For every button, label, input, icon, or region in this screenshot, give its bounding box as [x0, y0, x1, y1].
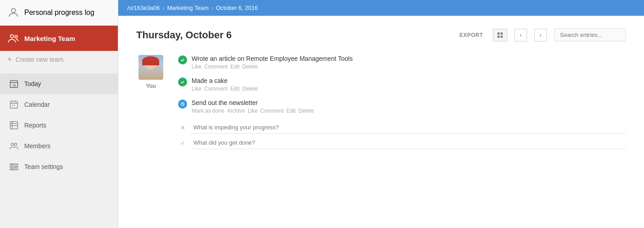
- entry-actions: Like Comment Edit Delete: [192, 64, 626, 70]
- status-done-icon: [178, 78, 187, 87]
- team-settings-label: Team settings: [24, 163, 63, 170]
- delete-action[interactable]: Delete: [242, 86, 258, 92]
- grid-icon: [497, 32, 503, 38]
- edit-action[interactable]: Edit: [286, 108, 296, 114]
- members-icon: [9, 141, 19, 151]
- date-header-row: Thursday, October 6 EXPORT ‹ ›: [136, 28, 626, 41]
- user-column: You: [136, 55, 165, 152]
- comment-action[interactable]: Comment: [204, 64, 228, 70]
- svg-rect-19: [497, 36, 500, 38]
- entry-text: Send out the newsletter: [192, 99, 626, 106]
- comment-action[interactable]: Comment: [260, 108, 284, 114]
- edit-action[interactable]: Edit: [230, 86, 240, 92]
- archive-action[interactable]: Archive: [227, 108, 245, 114]
- svg-rect-18: [501, 32, 503, 35]
- like-action[interactable]: Like: [192, 86, 201, 92]
- sidebar-personal-log[interactable]: Personal progress log: [0, 0, 118, 26]
- personal-log-label: Personal progress log: [24, 9, 94, 17]
- calendar-icon: [9, 100, 19, 109]
- svg-point-10: [14, 143, 17, 146]
- sidebar-item-today[interactable]: 06 Today: [0, 73, 118, 94]
- svg-rect-17: [497, 32, 500, 35]
- svg-point-1: [10, 35, 13, 38]
- main-content: /o/163e3a06 › Marketing Team › October 6…: [118, 0, 644, 228]
- checkmark-input-icon: ✓: [178, 138, 187, 147]
- svg-point-14: [11, 164, 13, 165]
- mark-as-done-action[interactable]: Mark as done: [192, 108, 224, 114]
- breadcrumb-sep1: ›: [162, 5, 164, 11]
- svg-rect-13: [10, 169, 18, 170]
- entry-text: Wrote an article on Remote Employee Mana…: [192, 55, 626, 62]
- close-icon: ✕: [178, 123, 187, 132]
- svg-rect-20: [501, 36, 503, 38]
- comment-action[interactable]: Comment: [204, 86, 228, 92]
- entry-actions: Like Comment Edit Delete: [192, 86, 626, 92]
- today-icon: 06: [9, 79, 19, 89]
- entry-text: Made a cake: [192, 77, 626, 84]
- settings-icon: [9, 162, 19, 172]
- date-title: Thursday, October 6: [136, 29, 450, 41]
- svg-rect-8: [10, 122, 18, 129]
- avatar: [139, 55, 163, 80]
- svg-rect-6: [12, 105, 13, 106]
- entry-item: Wrote an article on Remote Employee Mana…: [178, 55, 626, 70]
- entry-body: Send out the newsletter Mark as done Arc…: [192, 99, 626, 114]
- clock-icon: [180, 102, 185, 106]
- sidebar-item-reports[interactable]: Reports: [0, 115, 118, 136]
- entry-body: Made a cake Like Comment Edit Delete: [192, 77, 626, 92]
- svg-point-2: [15, 36, 18, 38]
- create-team-label: Create new team: [16, 56, 64, 63]
- team-icon: [7, 32, 20, 45]
- create-new-team-button[interactable]: + Create new team: [0, 51, 118, 68]
- prev-day-button[interactable]: ‹: [514, 29, 527, 41]
- breadcrumb-sep2: ›: [211, 5, 213, 11]
- checkmark-icon: [180, 80, 185, 84]
- impediment-input[interactable]: [192, 121, 626, 134]
- done-input[interactable]: [192, 137, 626, 149]
- avatar-image: [139, 55, 163, 80]
- status-done-icon: [178, 55, 187, 64]
- delete-action[interactable]: Delete: [298, 108, 314, 114]
- user-name-label: You: [146, 82, 156, 89]
- breadcrumb: /o/163e3a06 › Marketing Team › October 6…: [118, 0, 644, 16]
- today-label: Today: [24, 80, 41, 87]
- content-area: Thursday, October 6 EXPORT ‹ ›: [118, 16, 644, 228]
- export-button[interactable]: EXPORT: [457, 30, 486, 40]
- calendar-label: Calendar: [24, 101, 50, 108]
- sidebar-team-marketing[interactable]: Marketing Team: [0, 26, 118, 51]
- status-in-progress-icon: [178, 100, 187, 109]
- entry-actions: Mark as done Archive Like Comment Edit D…: [192, 108, 626, 114]
- team-label: Marketing Team: [24, 35, 75, 42]
- plus-icon: +: [7, 55, 12, 64]
- svg-point-9: [11, 143, 13, 146]
- svg-rect-5: [10, 101, 18, 109]
- next-day-button[interactable]: ›: [534, 29, 547, 41]
- sidebar-nav: 06 Today Calendar Reports: [0, 73, 118, 228]
- svg-text:06: 06: [13, 84, 16, 87]
- sidebar-item-team-settings[interactable]: Team settings: [0, 156, 118, 177]
- members-label: Members: [24, 142, 50, 150]
- svg-rect-7: [13, 105, 15, 106]
- breadcrumb-path: /o/163e3a06: [127, 5, 160, 11]
- like-action[interactable]: Like: [192, 64, 201, 70]
- person-icon: [7, 6, 20, 19]
- svg-point-15: [15, 166, 17, 168]
- entry-body: Wrote an article on Remote Employee Mana…: [192, 55, 626, 70]
- svg-point-0: [11, 9, 15, 13]
- entries-list: Wrote an article on Remote Employee Mana…: [178, 55, 626, 152]
- grid-view-button[interactable]: [493, 29, 507, 41]
- sidebar: Personal progress log Marketing Team + C…: [0, 0, 118, 228]
- edit-action[interactable]: Edit: [230, 64, 240, 70]
- done-input-row: ✓: [178, 137, 626, 149]
- breadcrumb-team: Marketing Team: [167, 5, 209, 11]
- like-action[interactable]: Like: [248, 108, 258, 114]
- reports-icon: [9, 120, 19, 130]
- delete-action[interactable]: Delete: [242, 64, 258, 70]
- impediment-input-row: ✕: [178, 121, 626, 134]
- sidebar-item-members[interactable]: Members: [0, 136, 118, 156]
- entry-item: Send out the newsletter Mark as done Arc…: [178, 99, 626, 114]
- sidebar-item-calendar[interactable]: Calendar: [0, 94, 118, 115]
- search-input[interactable]: [554, 28, 626, 41]
- breadcrumb-current: October 6, 2016: [216, 5, 258, 11]
- svg-line-23: [183, 104, 183, 105]
